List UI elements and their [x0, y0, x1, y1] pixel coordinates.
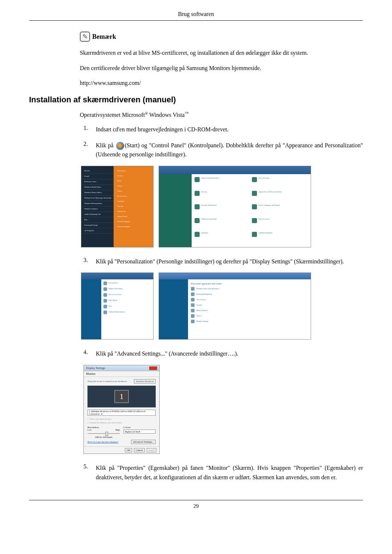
advanced-settings-button: Advanced Settings... [131, 440, 156, 444]
screenshot-personalize: Personalize appearance and sounds Window… [159, 272, 311, 340]
ds-tab: Monitor [84, 371, 159, 377]
step-body: Klik på "Advanced Settings..." (Avancere… [96, 349, 363, 358]
startmenu-left: InternetE-mailWelcome CenterWindows Medi… [83, 168, 113, 234]
cp-item: Clock, Language, and Region [258, 204, 280, 206]
identify-monitors-button: Identify Monitors [134, 379, 156, 383]
cp-item: Hardware and Sound [201, 218, 216, 220]
low-label: Low [87, 429, 91, 431]
ds-footer: OK Cancel Apply [84, 446, 159, 454]
page-number: 29 [29, 500, 363, 509]
startmenu-right: DocumentsPicturesMusicGamesSearchRecent … [116, 168, 152, 229]
windows-start-icon [116, 142, 124, 150]
cp-item: Ease of Access [258, 218, 269, 220]
cp-header [159, 166, 311, 174]
ok-button: OK [125, 448, 132, 452]
step2-after: (Start) og "Control Panel" (Kontrolpanel… [96, 142, 363, 158]
screenshot-row-1: InternetE-mailWelcome CenterWindows Medi… [29, 166, 363, 247]
colors-dropdown: Highest (32 bit) ▾ [123, 430, 156, 434]
ds-body: Drag the icons to match your monitors. I… [84, 377, 159, 446]
ap-sidebar [81, 279, 101, 339]
cp-item: Programs [201, 232, 208, 234]
cancel-button: Cancel [134, 448, 144, 452]
resolution-col: Resolution: Low High 1280 by 1024 pixels [87, 426, 120, 438]
resolution-label: Resolution: [87, 426, 120, 429]
ds-settings-row: Resolution: Low High 1280 by 1024 pixels… [87, 426, 156, 438]
ds-titlebar: Display Settings [84, 365, 159, 371]
help-link: How do I get the best display? [87, 440, 118, 443]
step-body: Klik på (Start) og "Control Panel" (Kont… [96, 141, 363, 159]
check-extend-desktop: ☐ Extend the desktop onto this monitor [87, 421, 156, 424]
cp-item: Appearance and Personalization [258, 191, 282, 193]
step-3: 3. Klik på "Personalization" (Personlige… [83, 257, 363, 266]
pz-sidebar [159, 279, 188, 339]
ds-bottom: How do I get the best display? Advanced … [87, 440, 156, 444]
cp-item: Additional Options [258, 232, 272, 234]
step-2: 2. Klik på (Start) og "Control Panel" (K… [83, 141, 363, 159]
cp-item: User Accounts [258, 177, 269, 179]
ds-monitor-area: 1 [87, 386, 156, 407]
step-5: 5. Klik på "Properties" (Egenskaber) på … [83, 463, 363, 482]
step-num: 2. [83, 141, 96, 147]
pz-title: Personalize appearance and sounds [191, 282, 308, 286]
resolution-value: 1280 by 1024 pixels [87, 436, 120, 438]
step-num: 3. [83, 257, 96, 263]
ds-instruct: Drag the icons to match your monitors. I… [87, 379, 156, 383]
ap-header [81, 273, 153, 279]
pz-main: Personalize appearance and sounds Window… [188, 279, 311, 339]
step-body: Indsæt cd'en med brugervejledningen i CD… [96, 125, 363, 134]
cp-item: Security [201, 191, 207, 193]
intro-sup2: ™ [185, 111, 189, 115]
pz-header [159, 273, 311, 279]
note-block: ✎ Bemærk Skærmdriveren er ved at blive M… [80, 32, 363, 88]
step-1: 1. Indsæt cd'en med brugervejledningen i… [83, 125, 363, 134]
page-header: Brug softwaren [29, 11, 363, 21]
intro-text: Operativsystemet Microsoft® Windows Vist… [80, 111, 363, 118]
step-num: 4. [83, 349, 96, 356]
steps-list: 1. Indsæt cd'en med brugervejledningen i… [83, 125, 363, 159]
note-text-2: Den certificerede driver bliver tilgænge… [80, 63, 363, 73]
close-icon [149, 366, 157, 370]
step-body: Klik på "Personalization" (Personlige in… [96, 257, 363, 266]
screenshot-row-2: Personalization Taskbar and Start Menu E… [29, 272, 363, 340]
section-heading: Installation af skærmdriveren (manuel) [29, 95, 363, 104]
note-url: http://www.samsung.com/ [80, 78, 363, 88]
high-label: High [115, 429, 120, 431]
step-body: Klik på "Properties" (Egenskaber) på fan… [96, 463, 363, 482]
cp-item: System and Maintenance [201, 177, 219, 179]
step-4: 4. Klik på "Advanced Settings..." (Avanc… [83, 349, 363, 358]
step2-before: Klik på [96, 142, 115, 148]
note-title-row: ✎ Bemærk [80, 32, 363, 42]
note-label: Bemærk [92, 33, 116, 41]
colors-label: Colors: [123, 426, 156, 429]
cp-main: System and Maintenance User Accounts Sec… [192, 174, 311, 247]
screenshot-display-settings: Display Settings Monitor Drag the icons … [83, 365, 160, 454]
check-main-monitor: ☐ This is my main monitor [87, 417, 156, 421]
steps-list-cont2: 4. Klik på "Advanced Settings..." (Avanc… [83, 349, 363, 358]
monitor-select-dropdown: 1. (Multiple Monitors) on NVIDIA GeForce… [87, 410, 156, 416]
ds-drag-text: Drag the icons to match your monitors. [87, 380, 127, 383]
cp-sidebar [159, 174, 192, 247]
ds-title: Display Settings [86, 366, 105, 370]
cp-item: Network and Internet [201, 204, 217, 206]
resolution-slider [87, 432, 120, 435]
apply-button: Apply [147, 448, 157, 452]
screenshot-appearance: Personalization Taskbar and Start Menu E… [81, 272, 154, 340]
intro-sup1: ® [145, 111, 148, 115]
ap-main: Personalization Taskbar and Start Menu E… [101, 279, 153, 339]
monitor-icon: 1 [114, 390, 129, 403]
step-num: 5. [83, 463, 96, 470]
screenshot-control-panel: System and Maintenance User Accounts Sec… [159, 166, 311, 247]
colors-col: Colors: Highest (32 bit) ▾ [123, 426, 156, 438]
screenshot-start-menu: InternetE-mailWelcome CenterWindows Medi… [81, 166, 154, 247]
intro-prefix: Operativsystemet Microsoft [80, 112, 145, 118]
intro-mid: Windows Vista [148, 112, 185, 118]
steps-list-cont3: 5. Klik på "Properties" (Egenskaber) på … [83, 463, 363, 482]
note-icon: ✎ [80, 32, 90, 42]
steps-list-cont: 3. Klik på "Personalization" (Personlige… [83, 257, 363, 266]
step-num: 1. [83, 125, 96, 131]
ds-checkboxes: ☐ This is my main monitor ☐ Extend the d… [87, 417, 156, 424]
note-text-1: Skærmdriveren er ved at blive MS-certifi… [80, 48, 363, 58]
